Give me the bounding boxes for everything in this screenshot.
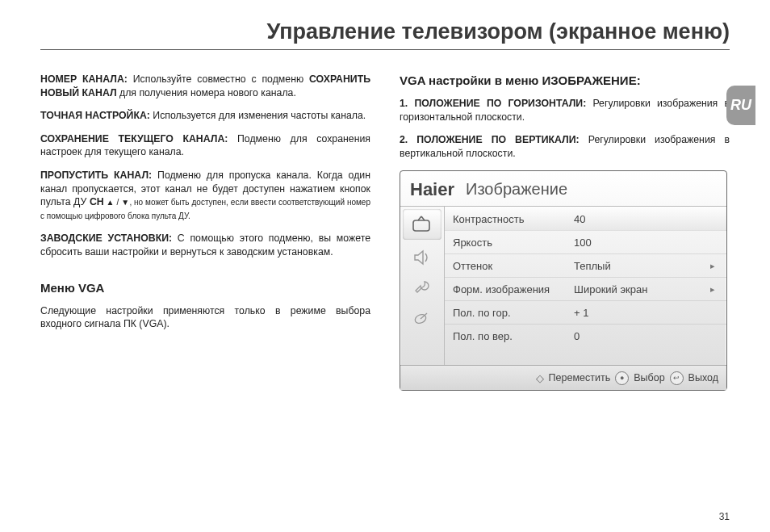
para-save-current: СОХРАНЕНИЕ ТЕКУЩЕГО КАНАЛА: Подменю для … bbox=[40, 132, 370, 159]
osd-settings-list: Контрастность 40 Яркость 100 Оттенок Теп… bbox=[444, 207, 726, 365]
osd-row-brightness[interactable]: Яркость 100 bbox=[445, 231, 726, 254]
osd-footer: ◇ Переместить ● Выбор ↩ Выход bbox=[400, 365, 726, 390]
osd-row-label: Контрастность bbox=[453, 212, 574, 227]
osd-row-value: Широкий экран bbox=[574, 283, 710, 297]
osd-row-label: Пол. по вер. bbox=[453, 329, 574, 344]
osd-row-value: 100 bbox=[574, 236, 715, 250]
speaker-icon[interactable] bbox=[400, 242, 444, 273]
osd-tab-icons bbox=[400, 207, 444, 365]
osd-row-label: Пол. по гор. bbox=[453, 306, 574, 320]
osd-row-vpos[interactable]: Пол. по вер. 0 bbox=[445, 325, 726, 347]
exit-button-icon: ↩ bbox=[670, 371, 684, 385]
para-factory-reset: ЗАВОДСКИЕ УСТАНОВКИ: С помощью этого под… bbox=[40, 232, 370, 258]
svg-rect-0 bbox=[413, 220, 429, 231]
right-column: VGA настройки в меню ИЗОБРАЖЕНИЕ: 1. ПОЛ… bbox=[400, 73, 730, 391]
nav-diamond-icon: ◇ bbox=[536, 371, 544, 386]
language-tab: RU bbox=[726, 86, 755, 125]
wrench-icon[interactable] bbox=[400, 273, 444, 304]
osd-row-value: 40 bbox=[574, 212, 715, 227]
osd-panel: Haier Изображение bbox=[400, 170, 727, 392]
osd-row-aspect[interactable]: Форм. изображения Широкий экран ▸ bbox=[445, 278, 726, 301]
footer-move-label: Переместить bbox=[549, 371, 611, 385]
osd-row-value: Теплый bbox=[574, 259, 710, 274]
heading-vga-menu: Меню VGA bbox=[40, 280, 370, 296]
tv-icon[interactable] bbox=[403, 209, 441, 240]
osd-row-value: 0 bbox=[574, 329, 715, 344]
osd-row-value: + 1 bbox=[574, 306, 715, 320]
item-hpos: 1. ПОЛОЖЕНИЕ ПО ГОРИЗОНТАЛИ: Регулировки… bbox=[400, 97, 730, 124]
osd-row-label: Яркость bbox=[453, 236, 574, 250]
para-vga-desc: Следующие настройки применяются только в… bbox=[40, 304, 370, 331]
osd-row-contrast[interactable]: Контрастность 40 bbox=[445, 207, 726, 231]
page-number: 31 bbox=[719, 511, 730, 522]
select-button-icon: ● bbox=[615, 371, 629, 385]
left-column: НОМЕР КАНАЛА: Используйте совместно с по… bbox=[40, 73, 370, 391]
dish-icon[interactable] bbox=[400, 304, 444, 334]
heading-vga-image: VGA настройки в меню ИЗОБРАЖЕНИЕ: bbox=[400, 73, 730, 89]
chevron-right-icon: ▸ bbox=[710, 260, 715, 272]
footer-exit-label: Выход bbox=[688, 371, 718, 385]
item-vpos: 2. ПОЛОЖЕНИЕ ПО ВЕРТИКАЛИ: Регулировки и… bbox=[400, 133, 730, 160]
osd-header: Haier Изображение bbox=[400, 171, 726, 207]
osd-row-hpos[interactable]: Пол. по гор. + 1 bbox=[445, 301, 726, 325]
footer-select-label: Выбор bbox=[634, 371, 664, 385]
label-channel-number: НОМЕР КАНАЛА: bbox=[40, 73, 128, 85]
chevron-right-icon: ▸ bbox=[710, 283, 715, 295]
para-skip-channel: ПРОПУСТИТЬ КАНАЛ: Подменю для пропуска к… bbox=[40, 169, 370, 222]
page-title: Управление телевизором (экранное меню) bbox=[40, 19, 730, 44]
para-fine-tune: ТОЧНАЯ НАСТРОЙКА: Используется для измен… bbox=[40, 109, 370, 123]
osd-row-label: Форм. изображения bbox=[453, 283, 574, 297]
osd-row-tint[interactable]: Оттенок Теплый ▸ bbox=[445, 254, 726, 278]
brand-logo: Haier bbox=[410, 178, 454, 202]
osd-title: Изображение bbox=[466, 178, 567, 200]
para-channel-number: НОМЕР КАНАЛА: Используйте совместно с по… bbox=[40, 73, 370, 99]
osd-row-label: Оттенок bbox=[453, 259, 574, 274]
